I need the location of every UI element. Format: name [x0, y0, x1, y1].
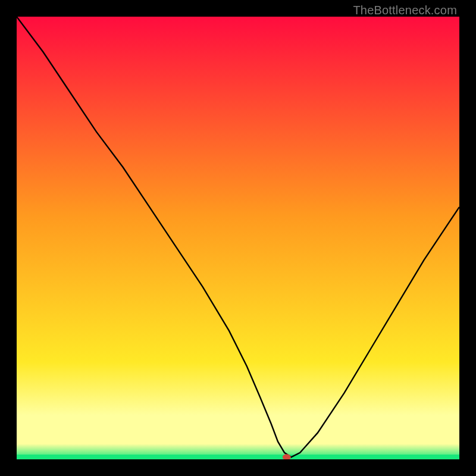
chart-svg — [17, 17, 459, 459]
green-band — [17, 455, 459, 459]
chart-frame: TheBottleneck.com — [0, 0, 476, 476]
gradient-background — [17, 17, 459, 459]
plot-area — [17, 17, 459, 459]
watermark-text: TheBottleneck.com — [353, 4, 457, 17]
